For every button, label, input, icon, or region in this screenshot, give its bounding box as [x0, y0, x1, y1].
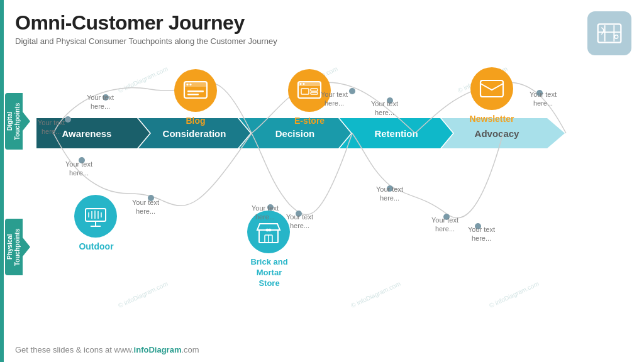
annotation-p2: Your texthere...: [132, 198, 159, 216]
annotation-d2: Your texthere...: [87, 93, 114, 111]
svg-rect-40: [311, 92, 318, 94]
svg-point-35: [190, 84, 192, 85]
blog-icon: [183, 79, 208, 102]
newsletter-icon-circle: [470, 67, 513, 110]
annotation-p7: Your texthere...: [468, 225, 495, 243]
header: Omni-Customer Journey Digital and Physic…: [15, 11, 581, 46]
svg-point-41: [300, 83, 302, 85]
svg-point-20: [349, 88, 355, 94]
svg-point-42: [303, 83, 305, 85]
svg-rect-0: [598, 24, 621, 42]
estore-icon: [297, 79, 322, 102]
store-icon: [256, 220, 281, 244]
svg-marker-11: [340, 118, 453, 148]
store-label: Brick and MortarStore: [239, 257, 299, 289]
svg-text:Decision: Decision: [275, 128, 315, 139]
newsletter-label: Newsletter: [459, 114, 525, 124]
svg-text:Retention: Retention: [374, 128, 418, 139]
physical-label-arrow: [23, 238, 30, 256]
map-icon-container: [587, 11, 631, 55]
svg-point-1: [614, 35, 618, 39]
annotation-p5: Your texthere...: [376, 185, 403, 203]
svg-rect-32: [187, 90, 204, 92]
left-accent-bar: [0, 0, 4, 362]
svg-text:Awareness: Awareness: [62, 128, 112, 139]
annotation-p3: Your texthere...: [252, 204, 279, 222]
svg-rect-38: [301, 89, 309, 94]
svg-text:© infoDiagram.com: © infoDiagram.com: [488, 280, 540, 309]
map-icon: [596, 19, 623, 47]
annotation-d4: Your texthere...: [371, 99, 398, 118]
digital-label-arrow: [23, 112, 30, 131]
main-svg: © infoDiagram.com © infoDiagram.com © in…: [0, 0, 644, 362]
outdoor-label: Outdoor: [68, 241, 125, 251]
physical-touchpoints-label: PhysicalTouchpoints: [5, 219, 23, 275]
svg-text:© infoDiagram.com: © infoDiagram.com: [117, 280, 169, 309]
svg-rect-43: [480, 80, 503, 97]
outdoor-icon: [83, 205, 108, 228]
annotation-d5: Your texthere...: [530, 90, 557, 108]
newsletter-icon: [479, 79, 504, 99]
annotation-d1: Your texthere...: [38, 118, 65, 136]
digital-touchpoints-label: DigitalTouchpoints: [5, 93, 23, 150]
svg-rect-33: [187, 94, 199, 96]
blog-icon-circle: [174, 69, 217, 112]
svg-text:© infoDiagram.com: © infoDiagram.com: [350, 280, 401, 309]
page-subtitle: Digital and Physical Consumer Touchpoint…: [15, 36, 581, 46]
annotation-p1: Your texthere...: [65, 160, 92, 178]
blog-label: Blog: [167, 116, 224, 126]
svg-text:Advocacy: Advocacy: [475, 128, 520, 139]
footer: Get these slides & icons at www.infoDiag…: [15, 345, 199, 354]
svg-text:© infoDiagram.com: © infoDiagram.com: [117, 65, 169, 94]
svg-rect-39: [311, 89, 318, 91]
page-title: Omni-Customer Journey: [15, 11, 581, 35]
outdoor-icon-circle: [74, 195, 117, 238]
annotation-p4: Your texthere...: [286, 212, 313, 231]
svg-point-18: [65, 116, 71, 123]
estore-label: E-store: [281, 116, 338, 126]
svg-text:Consideration: Consideration: [163, 128, 226, 139]
annotation-p6: Your texthere...: [431, 216, 458, 234]
svg-point-34: [187, 84, 189, 85]
annotation-d3: Your texthere...: [321, 90, 348, 108]
